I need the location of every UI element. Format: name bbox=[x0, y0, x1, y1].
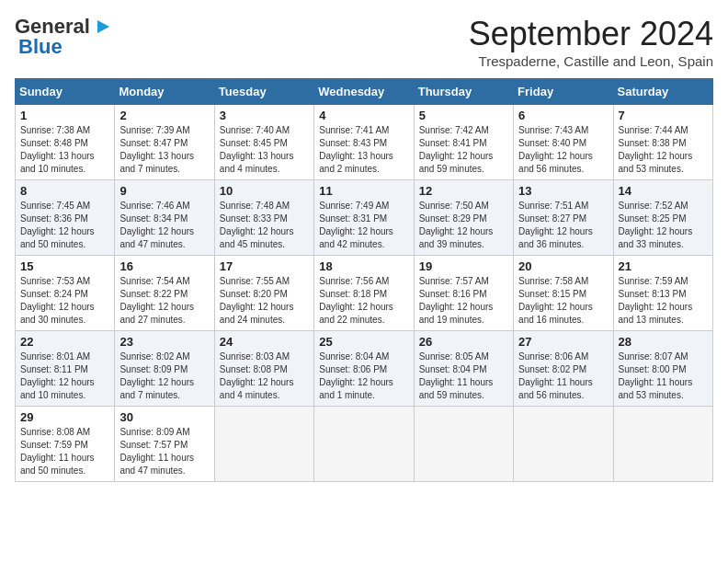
calendar-cell: 24Sunrise: 8:03 AMSunset: 8:08 PMDayligh… bbox=[214, 331, 313, 407]
calendar-cell: 6Sunrise: 7:43 AMSunset: 8:40 PMDaylight… bbox=[514, 105, 613, 180]
day-info: Sunrise: 7:59 AMSunset: 8:13 PMDaylight:… bbox=[619, 275, 708, 327]
calendar-cell: 15Sunrise: 7:53 AMSunset: 8:24 PMDayligh… bbox=[16, 256, 115, 331]
day-info: Sunrise: 7:55 AMSunset: 8:20 PMDaylight:… bbox=[220, 275, 309, 327]
calendar-cell: 19Sunrise: 7:57 AMSunset: 8:16 PMDayligh… bbox=[414, 256, 513, 331]
column-header-saturday: Saturday bbox=[613, 79, 712, 105]
svg-marker-0 bbox=[97, 20, 109, 33]
calendar-cell bbox=[414, 407, 513, 482]
day-info: Sunrise: 7:56 AMSunset: 8:18 PMDaylight:… bbox=[319, 275, 408, 327]
calendar-cell: 7Sunrise: 7:44 AMSunset: 8:38 PMDaylight… bbox=[613, 105, 712, 180]
logo-text-blue: Blue bbox=[18, 35, 63, 59]
day-info: Sunrise: 7:40 AMSunset: 8:45 PMDaylight:… bbox=[220, 124, 309, 176]
calendar-cell: 5Sunrise: 7:42 AMSunset: 8:41 PMDaylight… bbox=[414, 105, 513, 180]
day-info: Sunrise: 7:50 AMSunset: 8:29 PMDaylight:… bbox=[419, 200, 508, 251]
day-info: Sunrise: 7:54 AMSunset: 8:22 PMDaylight:… bbox=[119, 275, 209, 327]
day-info: Sunrise: 8:08 AMSunset: 7:59 PMDaylight:… bbox=[20, 426, 109, 477]
month-title: September 2024 bbox=[469, 15, 713, 53]
day-number: 17 bbox=[220, 259, 309, 273]
day-info: Sunrise: 8:04 AMSunset: 8:06 PMDaylight:… bbox=[319, 350, 408, 402]
calendar-cell: 25Sunrise: 8:04 AMSunset: 8:06 PMDayligh… bbox=[314, 331, 414, 407]
day-number: 3 bbox=[220, 109, 309, 122]
day-info: Sunrise: 8:06 AMSunset: 8:02 PMDaylight:… bbox=[518, 350, 608, 402]
day-number: 11 bbox=[319, 184, 408, 198]
calendar-cell bbox=[214, 407, 313, 482]
day-info: Sunrise: 8:05 AMSunset: 8:04 PMDaylight:… bbox=[419, 350, 508, 402]
calendar-cell: 21Sunrise: 7:59 AMSunset: 8:13 PMDayligh… bbox=[613, 256, 712, 331]
calendar-cell: 14Sunrise: 7:52 AMSunset: 8:25 PMDayligh… bbox=[613, 180, 712, 256]
logo-triangle-icon bbox=[93, 17, 111, 37]
day-number: 26 bbox=[419, 335, 508, 349]
day-info: Sunrise: 8:02 AMSunset: 8:09 PMDaylight:… bbox=[119, 350, 209, 402]
day-number: 24 bbox=[220, 335, 309, 349]
day-number: 8 bbox=[20, 184, 109, 198]
day-number: 30 bbox=[119, 410, 209, 424]
calendar-week-row: 15Sunrise: 7:53 AMSunset: 8:24 PMDayligh… bbox=[16, 256, 713, 331]
day-number: 20 bbox=[518, 259, 608, 273]
day-number: 5 bbox=[419, 109, 508, 122]
calendar-week-row: 1Sunrise: 7:38 AMSunset: 8:48 PMDaylight… bbox=[16, 105, 713, 180]
location: Trespaderne, Castille and Leon, Spain bbox=[469, 53, 713, 69]
day-number: 10 bbox=[220, 184, 309, 198]
day-number: 15 bbox=[20, 259, 109, 273]
calendar-cell: 16Sunrise: 7:54 AMSunset: 8:22 PMDayligh… bbox=[115, 256, 214, 331]
calendar-cell: 17Sunrise: 7:55 AMSunset: 8:20 PMDayligh… bbox=[214, 256, 313, 331]
calendar-cell: 18Sunrise: 7:56 AMSunset: 8:18 PMDayligh… bbox=[314, 256, 414, 331]
column-header-tuesday: Tuesday bbox=[214, 79, 313, 105]
day-info: Sunrise: 8:07 AMSunset: 8:00 PMDaylight:… bbox=[619, 350, 708, 402]
calendar-header-row: SundayMondayTuesdayWednesdayThursdayFrid… bbox=[16, 79, 713, 105]
calendar-cell: 23Sunrise: 8:02 AMSunset: 8:09 PMDayligh… bbox=[115, 331, 214, 407]
day-info: Sunrise: 7:46 AMSunset: 8:34 PMDaylight:… bbox=[119, 200, 209, 251]
day-number: 28 bbox=[619, 335, 708, 349]
day-info: Sunrise: 7:57 AMSunset: 8:16 PMDaylight:… bbox=[419, 275, 508, 327]
day-info: Sunrise: 7:39 AMSunset: 8:47 PMDaylight:… bbox=[119, 124, 209, 176]
day-info: Sunrise: 7:43 AMSunset: 8:40 PMDaylight:… bbox=[518, 124, 608, 176]
calendar-cell: 13Sunrise: 7:51 AMSunset: 8:27 PMDayligh… bbox=[514, 180, 613, 256]
calendar-cell: 8Sunrise: 7:45 AMSunset: 8:36 PMDaylight… bbox=[16, 180, 115, 256]
day-info: Sunrise: 8:01 AMSunset: 8:11 PMDaylight:… bbox=[20, 350, 109, 402]
column-header-monday: Monday bbox=[115, 79, 214, 105]
day-info: Sunrise: 8:03 AMSunset: 8:08 PMDaylight:… bbox=[220, 350, 309, 402]
title-area: September 2024 Trespaderne, Castille and… bbox=[469, 15, 713, 69]
calendar-cell: 29Sunrise: 8:08 AMSunset: 7:59 PMDayligh… bbox=[16, 407, 115, 482]
calendar-cell: 1Sunrise: 7:38 AMSunset: 8:48 PMDaylight… bbox=[16, 105, 115, 180]
day-number: 23 bbox=[119, 335, 209, 349]
column-header-wednesday: Wednesday bbox=[314, 79, 414, 105]
calendar-cell bbox=[514, 407, 613, 482]
calendar-table: SundayMondayTuesdayWednesdayThursdayFrid… bbox=[15, 78, 713, 482]
column-header-friday: Friday bbox=[514, 79, 613, 105]
calendar-cell: 28Sunrise: 8:07 AMSunset: 8:00 PMDayligh… bbox=[613, 331, 712, 407]
day-number: 16 bbox=[119, 259, 209, 273]
calendar-week-row: 8Sunrise: 7:45 AMSunset: 8:36 PMDaylight… bbox=[16, 180, 713, 256]
calendar-cell: 3Sunrise: 7:40 AMSunset: 8:45 PMDaylight… bbox=[214, 105, 313, 180]
day-info: Sunrise: 7:44 AMSunset: 8:38 PMDaylight:… bbox=[619, 124, 708, 176]
day-number: 25 bbox=[319, 335, 408, 349]
day-number: 6 bbox=[518, 109, 608, 122]
calendar-cell bbox=[613, 407, 712, 482]
day-number: 12 bbox=[419, 184, 508, 198]
calendar-cell bbox=[314, 407, 414, 482]
day-number: 1 bbox=[20, 109, 109, 122]
day-number: 13 bbox=[518, 184, 608, 198]
calendar-cell: 27Sunrise: 8:06 AMSunset: 8:02 PMDayligh… bbox=[514, 331, 613, 407]
day-number: 19 bbox=[419, 259, 508, 273]
day-number: 7 bbox=[619, 109, 708, 122]
calendar-cell: 9Sunrise: 7:46 AMSunset: 8:34 PMDaylight… bbox=[115, 180, 214, 256]
day-number: 14 bbox=[619, 184, 708, 198]
day-info: Sunrise: 8:09 AMSunset: 7:57 PMDaylight:… bbox=[119, 426, 209, 477]
column-header-thursday: Thursday bbox=[414, 79, 513, 105]
calendar-week-row: 22Sunrise: 8:01 AMSunset: 8:11 PMDayligh… bbox=[16, 331, 713, 407]
calendar-cell: 20Sunrise: 7:58 AMSunset: 8:15 PMDayligh… bbox=[514, 256, 613, 331]
day-number: 29 bbox=[20, 410, 109, 424]
day-number: 22 bbox=[20, 335, 109, 349]
day-info: Sunrise: 7:49 AMSunset: 8:31 PMDaylight:… bbox=[319, 200, 408, 251]
calendar-cell: 11Sunrise: 7:49 AMSunset: 8:31 PMDayligh… bbox=[314, 180, 414, 256]
day-info: Sunrise: 7:45 AMSunset: 8:36 PMDaylight:… bbox=[20, 200, 109, 251]
day-info: Sunrise: 7:51 AMSunset: 8:27 PMDaylight:… bbox=[518, 200, 608, 251]
calendar-cell: 12Sunrise: 7:50 AMSunset: 8:29 PMDayligh… bbox=[414, 180, 513, 256]
day-number: 4 bbox=[319, 109, 408, 122]
page-header: General Blue September 2024 Trespaderne,… bbox=[15, 15, 713, 69]
day-info: Sunrise: 7:41 AMSunset: 8:43 PMDaylight:… bbox=[319, 124, 408, 176]
calendar-cell: 22Sunrise: 8:01 AMSunset: 8:11 PMDayligh… bbox=[16, 331, 115, 407]
column-header-sunday: Sunday bbox=[16, 79, 115, 105]
calendar-cell: 30Sunrise: 8:09 AMSunset: 7:57 PMDayligh… bbox=[115, 407, 214, 482]
